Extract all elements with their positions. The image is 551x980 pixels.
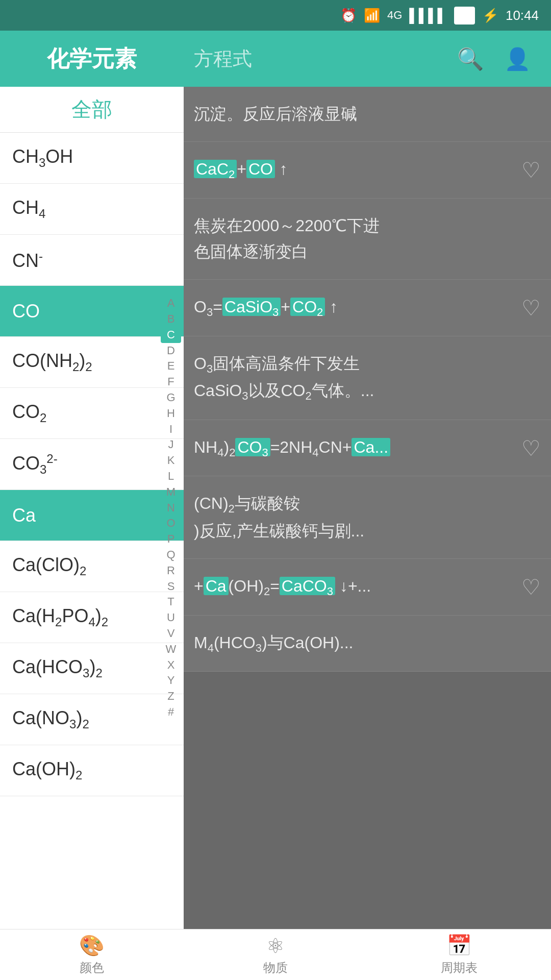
alpha-O[interactable]: O: [161, 516, 181, 531]
content-area: 沉淀。反应后溶液显碱 CaC2+CO ↑ ♡ 焦炭在2000～2200℃下进色固…: [184, 87, 551, 929]
nav-matter[interactable]: ⚛ 物质: [184, 934, 367, 976]
alpha-K[interactable]: K: [161, 453, 181, 469]
element-ch4[interactable]: CH4: [0, 184, 184, 235]
signal-4g: 4G: [387, 9, 402, 22]
card-7-text: (CN)2与碳酸铵)反应,产生碳酸钙与剧...: [194, 491, 531, 544]
periodic-icon: 📅: [446, 934, 472, 958]
heart-icon-6[interactable]: ♡: [521, 435, 541, 460]
alpha-L[interactable]: L: [161, 469, 181, 484]
signal-bars: ▌▌▌▌: [409, 8, 447, 23]
element-co3-2-[interactable]: CO32-: [0, 439, 184, 490]
matter-icon: ⚛: [266, 934, 285, 958]
content-card-9: M4(HCO3)与Ca(OH)...: [184, 616, 551, 672]
header-icons: 🔍 👤: [457, 46, 531, 71]
search-icon[interactable]: 🔍: [457, 46, 484, 71]
matter-label: 物质: [263, 960, 288, 976]
nav-periodic-table[interactable]: 📅 周期表: [367, 934, 551, 976]
card-1-text: 沉淀。反应后溶液显碱: [194, 101, 531, 127]
card-8-text: +Ca(OH)2=CaCO3 ↓+...: [194, 573, 510, 601]
content-card-8[interactable]: +Ca(OH)2=CaCO3 ↓+... ♡: [184, 559, 551, 616]
alpha-S[interactable]: S: [161, 579, 181, 595]
element-ch3oh[interactable]: CH3OH: [0, 133, 184, 184]
header-nav: 方程式 🔍 👤: [184, 46, 551, 72]
highlight-caco3: CaCO3: [280, 577, 335, 595]
heart-icon-2[interactable]: ♡: [521, 157, 541, 182]
content-card-7: (CN)2与碳酸铵)反应,产生碳酸钙与剧...: [184, 476, 551, 559]
alarm-icon: ⏰: [340, 8, 357, 23]
alpha-G[interactable]: G: [161, 390, 181, 406]
highlight-cac2: CaC2: [194, 160, 237, 178]
element-ca-hco3-2[interactable]: Ca(HCO3)2: [0, 643, 184, 694]
card-3-text: 焦炭在2000～2200℃下进色固体逐渐变白: [194, 213, 531, 265]
highlight-co3: CO3: [235, 438, 270, 456]
alpha-P[interactable]: P: [161, 531, 181, 547]
alpha-V[interactable]: V: [161, 626, 181, 642]
bottom-navigation: 🎨 颜色 ⚛ 物质 📅 周期表: [0, 929, 551, 980]
card-6-text: NH4)2CO3=2NH4CN+Ca...: [194, 434, 510, 462]
app-title: 化学元素: [0, 44, 184, 74]
alpha-X[interactable]: X: [161, 657, 181, 673]
status-bar: ⏰ 📶 4G ▌▌▌▌ 17 ⚡ 10:44: [0, 0, 551, 31]
element-co2[interactable]: CO2: [0, 388, 184, 439]
alpha-E[interactable]: E: [161, 358, 181, 374]
card-5-text: O3固体高温条件下发生CaSiO3以及CO2气体。...: [194, 351, 531, 405]
alpha-W[interactable]: W: [161, 642, 181, 657]
element-cn-[interactable]: CN-: [0, 235, 184, 286]
element-ca-no3-2[interactable]: Ca(NO3)2: [0, 694, 184, 745]
element-ca-clo-2[interactable]: Ca(ClO)2: [0, 541, 184, 592]
alpha-I[interactable]: I: [161, 422, 181, 437]
card-2-text: CaC2+CO ↑: [194, 156, 510, 184]
content-card-5: O3固体高温条件下发生CaSiO3以及CO2气体。...: [184, 336, 551, 420]
card-9-text: M4(HCO3)与Ca(OH)...: [194, 630, 531, 657]
nav-equations[interactable]: 方程式: [194, 46, 252, 72]
content-card-4[interactable]: O3=CaSiO3+CO2 ↑ ♡: [184, 280, 551, 336]
user-icon[interactable]: 👤: [504, 46, 531, 71]
alpha-R[interactable]: R: [161, 563, 181, 579]
alpha-Z[interactable]: Z: [161, 689, 181, 704]
alpha-J[interactable]: J: [161, 437, 181, 453]
periodic-label: 周期表: [441, 960, 478, 976]
content-card-2[interactable]: CaC2+CO ↑ ♡: [184, 142, 551, 199]
card-4-text: O3=CaSiO3+CO2 ↑: [194, 294, 510, 322]
header: 化学元素 方程式 🔍 👤: [0, 31, 551, 87]
element-co[interactable]: CO: [0, 286, 184, 337]
alpha-F[interactable]: F: [161, 374, 181, 390]
alpha-Q[interactable]: Q: [161, 547, 181, 563]
all-label[interactable]: 全部: [71, 95, 112, 124]
alpha-D[interactable]: D: [161, 343, 181, 359]
heart-icon-8[interactable]: ♡: [521, 575, 541, 600]
wifi-icon: 📶: [364, 8, 380, 23]
battery-level: 17: [454, 7, 475, 24]
heart-icon-4[interactable]: ♡: [521, 295, 541, 320]
alpha-C[interactable]: C: [161, 327, 181, 343]
time-display: 10:44: [506, 8, 539, 23]
element-sidebar: 全部 CH3OH CH4 CN- CO CO(NH2)2 CO2 CO32-: [0, 87, 184, 929]
highlight-ca-dots: Ca...: [352, 438, 390, 456]
alpha-N[interactable]: N: [161, 500, 181, 516]
element-ca[interactable]: Ca: [0, 490, 184, 541]
element-ca-oh-2[interactable]: Ca(OH)2: [0, 745, 184, 796]
element-list[interactable]: CH3OH CH4 CN- CO CO(NH2)2 CO2 CO32- Ca: [0, 133, 184, 929]
alpha-A[interactable]: A: [161, 296, 181, 311]
element-co-nh2-2[interactable]: CO(NH2)2: [0, 337, 184, 388]
sidebar-header: 全部: [0, 87, 184, 133]
highlight-ca-oh: Ca: [204, 577, 229, 595]
alpha-H[interactable]: H: [161, 406, 181, 422]
main-area: 全部 CH3OH CH4 CN- CO CO(NH2)2 CO2 CO32-: [0, 87, 551, 929]
alpha-B[interactable]: B: [161, 311, 181, 327]
alpha-T[interactable]: T: [161, 594, 181, 610]
element-ca-h2po4-2[interactable]: Ca(H2PO4)2: [0, 592, 184, 643]
highlight-co: CO: [246, 160, 275, 178]
alpha-Y[interactable]: Y: [161, 673, 181, 689]
content-card-1: 沉淀。反应后溶液显碱: [184, 87, 551, 142]
alpha-M[interactable]: M: [161, 484, 181, 500]
charging-icon: ⚡: [482, 8, 498, 23]
alpha-hash[interactable]: #: [161, 704, 181, 720]
content-card-6[interactable]: NH4)2CO3=2NH4CN+Ca... ♡: [184, 420, 551, 477]
content-card-3: 焦炭在2000～2200℃下进色固体逐渐变白: [184, 199, 551, 280]
nav-color[interactable]: 🎨 颜色: [0, 934, 184, 976]
alphabet-index: A B C D E F G H I J K L M N O P Q R S T …: [158, 87, 184, 929]
alpha-U[interactable]: U: [161, 610, 181, 626]
highlight-casio3: CaSiO3: [222, 298, 281, 316]
color-icon: 🎨: [79, 934, 105, 958]
